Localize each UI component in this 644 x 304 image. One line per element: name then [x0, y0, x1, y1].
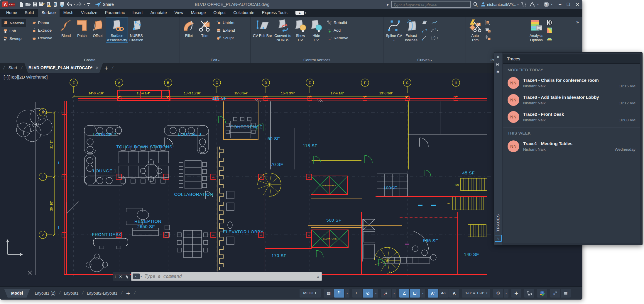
signed-in-user[interactable]: nishant.naikVY... ▾ — [481, 2, 519, 7]
object-snap-tracking-toggle[interactable]: ∠ — [399, 289, 409, 298]
annotation-scale-icon[interactable]: A — [449, 289, 459, 298]
panel-label-curves[interactable]: Curves ▾ — [383, 58, 466, 63]
trace-list-item[interactable]: NNTrace3 - Add table in Elevator LobbyNi… — [503, 91, 640, 108]
autodesk-dropdown-icon[interactable]: ▾ — [537, 3, 539, 6]
command-input-bar[interactable]: >_ ▾ ▲ — [131, 272, 322, 281]
ribbon-button-cv-edit-bar[interactable]: CV Edit Bar — [252, 18, 273, 38]
ribbon-button-fillet[interactable]: Fillet — [181, 18, 197, 38]
palette-vertical-label[interactable]: TRACES — [496, 214, 500, 232]
ribbon-button-network[interactable]: Network — [1, 19, 26, 27]
palette-properties-gear-icon[interactable]: ✱ — [496, 70, 500, 74]
trace-list-item[interactable]: NNTrace4 - Chairs for conference roomNis… — [503, 74, 640, 91]
ribbon-button-arc[interactable]: ▾ — [430, 27, 438, 33]
annotation-autoscale-toggle[interactable]: A⚡ — [439, 289, 449, 298]
ribbon-tab-express-tools[interactable]: Express Tools — [258, 9, 291, 17]
help-dropdown-icon[interactable]: ▾ — [551, 3, 552, 6]
ribbon-tab-surface[interactable]: Surface — [38, 9, 60, 17]
search-expand-icon[interactable]: ▶ — [387, 3, 389, 6]
recent-commands-icon[interactable]: ▾ — [141, 275, 142, 278]
ribbon-tab-manage[interactable]: Manage — [187, 9, 210, 17]
minimize-button[interactable]: ─ — [559, 2, 561, 7]
ribbon-tab-parametric[interactable]: Parametric — [101, 9, 129, 17]
panel-label-create[interactable]: Create — [0, 58, 180, 63]
ribbon-collapse-button[interactable]: ▲ — [295, 11, 304, 15]
ribbon-tab-solid[interactable]: Solid — [21, 9, 38, 17]
file-tab-drawing[interactable]: BLVD OFFICE_PLAN-AUTOCAD* ✕ — [24, 63, 103, 73]
ribbon-button-spline-fit[interactable] — [431, 19, 437, 26]
trace-icon[interactable]: ∿ — [495, 235, 502, 242]
ribbon-button-sweep[interactable]: Sweep — [1, 35, 26, 42]
ribbon-button-spline-cv[interactable]: Spline CV▾ — [385, 18, 403, 43]
panel-label-control-vertices[interactable]: Control Vertices — [251, 58, 383, 63]
command-input[interactable] — [144, 274, 317, 279]
ribbon-tab-mesh[interactable]: Mesh — [60, 9, 77, 17]
command-drag-handle[interactable]: ⋮ — [114, 275, 117, 278]
new-file-icon[interactable] — [18, 1, 24, 7]
object-isolate-icon[interactable] — [524, 289, 534, 298]
search-icon[interactable] — [473, 2, 478, 7]
ribbon-button-project-to-view[interactable] — [484, 27, 491, 34]
ribbon-button-blend[interactable]: Blend — [58, 18, 74, 38]
ribbon-tab-collaborate[interactable]: Collaborate — [229, 9, 258, 17]
file-tab-close-icon[interactable]: ✕ — [95, 63, 99, 73]
ribbon-button-project-to-ucs[interactable] — [484, 19, 491, 26]
ribbon-button-show-cv[interactable]: ShowCV — [293, 18, 308, 43]
ribbon-button-rebuild[interactable]: Rebuild — [325, 19, 350, 26]
ribbon-tab-visualize[interactable]: Visualize — [77, 9, 101, 17]
autodesk-logo-icon[interactable] — [529, 2, 535, 7]
open-from-web-mobile-icon[interactable] — [45, 1, 51, 7]
new-drawing-tab-button[interactable]: + — [104, 63, 109, 73]
snap-mode-toggle[interactable]: ⠿ — [334, 289, 344, 298]
clean-screen-icon[interactable]: ⤢ — [550, 289, 560, 298]
print-icon[interactable] — [59, 1, 65, 7]
command-prompt-icon[interactable]: >_ — [133, 274, 140, 279]
panel-label-edit[interactable]: Edit ▾ — [180, 58, 250, 63]
ribbon-button-nurbs-creation[interactable]: NURBSCreation — [129, 18, 144, 43]
annotation-monitor-plus-icon[interactable]: + — [511, 289, 521, 298]
layout-tab-layout1-2[interactable]: Layout1 (2) — [32, 289, 58, 298]
command-history-icon[interactable]: ▲ — [317, 275, 319, 278]
object-snap-toggle[interactable]: ⊡ — [410, 289, 420, 298]
ribbon-button-analysis-options[interactable]: AnalysisOptions — [529, 18, 544, 43]
help-search-box[interactable] — [391, 1, 471, 8]
ribbon-button-extrude[interactable]: Extrude — [30, 26, 54, 34]
grid-display-toggle[interactable]: ▦ — [324, 289, 334, 298]
file-tab-start[interactable]: Start — [7, 63, 19, 73]
layout-tab-model[interactable]: Model — [4, 289, 30, 298]
ribbon-collapse-dropdown-icon[interactable]: ▾ — [305, 11, 306, 17]
close-button[interactable]: ✕ — [576, 2, 579, 7]
palette-close-icon[interactable]: ✕ — [496, 55, 500, 59]
share-button[interactable]: Share — [95, 2, 114, 7]
customize-qat-icon[interactable] — [86, 1, 91, 7]
workspace-gear-icon[interactable]: ⚙ — [493, 289, 503, 298]
command-customize-wrench-icon[interactable] — [124, 274, 129, 279]
ribbon-button-trim[interactable]: Trim — [197, 18, 212, 38]
ribbon-button-extend[interactable]: Extend — [214, 26, 237, 34]
ribbon-button-untrim[interactable]: Untrim — [214, 19, 237, 26]
ribbon-button-patch[interactable]: Patch — [74, 18, 89, 38]
ribbon-button-add[interactable]: Add — [325, 26, 350, 34]
ribbon-button-loft[interactable]: Loft — [1, 27, 26, 35]
ribbon-button-draft-analysis[interactable] — [546, 34, 553, 41]
undo-dropdown-icon[interactable]: ▾ — [74, 3, 75, 6]
ribbon-button-curve-on-surface[interactable] — [421, 19, 427, 26]
viewport-controls[interactable]: [−][Top][2D Wireframe] — [4, 74, 48, 79]
ribbon-button-zebra-analysis[interactable] — [546, 19, 553, 26]
ribbon-button-convert-to-nurbs[interactable]: Convert toNURBS — [273, 18, 292, 43]
workspace-dropdown-icon[interactable]: ▾ — [504, 289, 508, 298]
ribbon-tab-annotate[interactable]: Annotate — [146, 9, 170, 17]
ribbon-button-curvature-analysis[interactable] — [546, 27, 553, 34]
ribbon-button-extract-isolines[interactable]: ExtractIsolines — [404, 18, 419, 43]
customization-menu-icon[interactable]: ≡ — [561, 289, 571, 298]
ribbon-button-auto-trim[interactable]: AutoTrim — [467, 18, 483, 43]
ribbon-button-sculpt[interactable]: Sculpt — [214, 34, 237, 42]
ribbon-button-surface-associativity[interactable]: SurfaceAssociativity — [106, 18, 128, 43]
annotation-scale-button[interactable]: 1/8" = 1'-0"▾ — [462, 289, 490, 298]
open-file-icon[interactable] — [25, 1, 31, 7]
ribbon-tab-home[interactable]: Home — [2, 9, 21, 17]
redo-icon[interactable] — [76, 1, 82, 7]
trace-list-item[interactable]: NNTrace2 - Front DeskNishant Naik10:08 A… — [503, 108, 640, 125]
ribbon-button-project-to-2-points[interactable] — [484, 34, 491, 41]
isometric-drafting-toggle[interactable] — [381, 289, 391, 298]
undo-icon[interactable] — [66, 1, 72, 7]
